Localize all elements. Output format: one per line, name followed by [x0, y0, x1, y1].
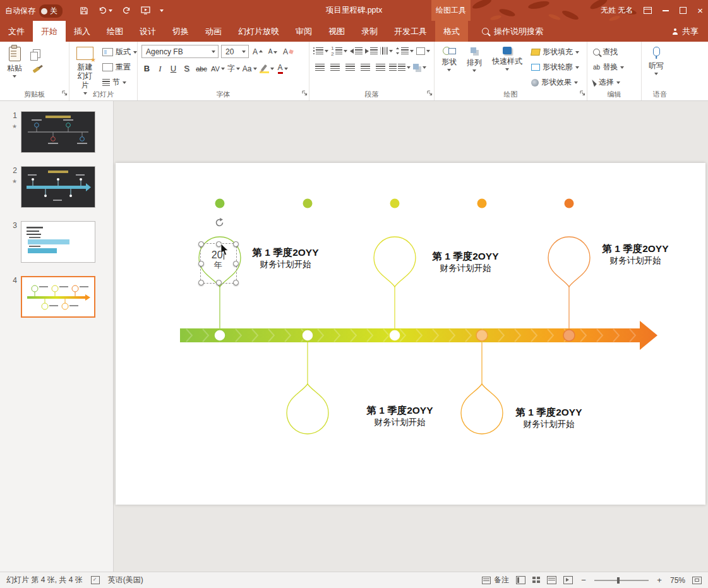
align-center-button[interactable] — [328, 61, 341, 73]
dot-milestone-2[interactable] — [303, 199, 313, 208]
font-name-dropdown-icon[interactable] — [212, 51, 215, 53]
decrease-indent-button[interactable] — [350, 45, 363, 57]
resize-handle-bottom-left[interactable] — [198, 280, 204, 285]
format-painter-button[interactable] — [29, 63, 42, 75]
layout-button[interactable]: 版式 — [100, 46, 139, 58]
slide-canvas[interactable]: 第 1 季度2OYY 财务计划开始 第 1 季度2OYY 财务计划开始 第 1 … — [116, 163, 705, 505]
notes-button[interactable]: 备注 — [482, 575, 509, 585]
dot-milestone-3[interactable] — [390, 199, 400, 208]
user-name[interactable]: 无姓 无名 — [601, 5, 633, 16]
tab-insert[interactable]: 插入 — [66, 21, 99, 42]
slide-sorter-view-button[interactable] — [532, 577, 540, 584]
milestone-label-2[interactable]: 第 1 季度2OYY 财务计划开始 — [359, 404, 441, 428]
paragraph-dialog-launcher[interactable] — [427, 87, 433, 99]
ribbon-display-options-button[interactable] — [644, 7, 652, 14]
tab-file[interactable]: 文件 — [0, 21, 33, 42]
slideshow-view-button[interactable] — [563, 576, 573, 584]
dot-milestone-1[interactable] — [215, 199, 225, 208]
reset-button[interactable]: 重置 — [100, 61, 139, 73]
character-spacing-button[interactable]: AV — [211, 63, 225, 75]
shapes-button[interactable]: 形状 — [438, 45, 460, 73]
dot-milestone-5[interactable] — [565, 199, 574, 208]
resize-handle-left[interactable] — [198, 261, 204, 267]
clipboard-dialog-launcher[interactable] — [62, 87, 68, 99]
balloon-milestone-3[interactable] — [374, 237, 416, 287]
node-milestone-1[interactable] — [214, 330, 225, 341]
resize-handle-top-right[interactable] — [233, 241, 239, 247]
underline-button[interactable]: U — [168, 64, 179, 73]
align-right-button[interactable] — [344, 61, 356, 73]
slide-thumbnail-4-selected[interactable] — [21, 276, 95, 318]
increase-indent-button[interactable] — [365, 45, 378, 57]
columns-button[interactable] — [389, 61, 411, 73]
tab-slideshow[interactable]: 幻灯片放映 — [230, 21, 287, 42]
milestone-label-4[interactable]: 第 1 季度2OYY 财务计划开始 — [508, 406, 590, 430]
grow-font-button[interactable]: A — [251, 45, 264, 57]
spell-check-icon[interactable] — [91, 576, 100, 584]
slide-indicator[interactable]: 幻灯片 第 4 张, 共 4 张 — [6, 575, 83, 585]
justify-button[interactable] — [359, 61, 371, 73]
slide-thumbnail-3[interactable] — [21, 221, 95, 263]
font-color-button[interactable]: A — [277, 63, 289, 75]
zoom-percentage[interactable]: 75% — [670, 576, 685, 585]
bold-button[interactable]: B — [141, 64, 152, 73]
shape-selection-box[interactable] — [200, 243, 237, 284]
tab-home[interactable]: 开始 — [33, 21, 66, 42]
find-button[interactable]: 查找 — [591, 46, 626, 58]
text-highlight-button[interactable] — [260, 63, 274, 75]
shape-outline-button[interactable]: 形状轮廓 — [529, 61, 581, 73]
quick-styles-button[interactable]: 快速样式 — [489, 45, 525, 73]
resize-handle-bottom[interactable] — [216, 280, 222, 285]
tab-design[interactable]: 设计 — [131, 21, 164, 42]
drawing-dialog-launcher[interactable] — [580, 87, 585, 99]
milestone-label-5[interactable]: 第 1 季度2OYY 财务计划开始 — [594, 243, 676, 267]
normal-view-button[interactable] — [516, 576, 525, 584]
resize-handle-right[interactable] — [233, 261, 239, 267]
replace-button[interactable]: ab替换 — [591, 61, 626, 73]
resize-handle-bottom-right[interactable] — [233, 280, 239, 285]
close-button[interactable]: × — [697, 6, 703, 15]
node-milestone-2[interactable] — [302, 330, 313, 341]
balloon-milestone-4[interactable] — [461, 384, 503, 434]
shrink-font-button[interactable]: A — [267, 45, 279, 57]
reading-view-button[interactable] — [547, 576, 556, 584]
zoom-in-button[interactable]: + — [656, 575, 663, 585]
font-dialog-launcher[interactable] — [302, 87, 308, 99]
font-size-combo[interactable]: 20 — [221, 45, 249, 58]
language-indicator[interactable]: 英语(美国) — [108, 575, 143, 585]
font-name-combo[interactable]: Agency FB — [141, 45, 219, 58]
phonetic-guide-button[interactable]: 字 — [227, 63, 240, 75]
text-direction-button[interactable] — [380, 45, 393, 57]
fit-to-window-button[interactable] — [692, 577, 702, 584]
arrange-button[interactable]: 排列 — [464, 45, 485, 74]
align-left-button[interactable] — [313, 61, 326, 73]
tab-review[interactable]: 审阅 — [287, 21, 320, 42]
dictate-button[interactable]: 听写 — [645, 45, 667, 77]
node-milestone-5[interactable] — [563, 330, 575, 341]
text-shadow-button[interactable]: S — [181, 64, 192, 73]
zoom-out-button[interactable]: − — [580, 575, 587, 585]
numbering-button[interactable]: 12 — [331, 45, 347, 57]
copy-button[interactable] — [29, 47, 42, 59]
shape-effects-button[interactable]: 形状效果 — [529, 76, 581, 88]
line-spacing-button[interactable] — [395, 45, 414, 57]
node-milestone-3[interactable] — [389, 330, 400, 341]
slide-thumbnail-2[interactable] — [21, 166, 95, 208]
change-case-button[interactable]: Aa — [243, 63, 257, 75]
resize-handle-top-left[interactable] — [198, 241, 204, 247]
share-button[interactable]: 共享 — [663, 21, 708, 42]
convert-smartart-button[interactable] — [413, 61, 426, 73]
minimize-button[interactable] — [663, 10, 669, 11]
milestone-label-1[interactable]: 第 1 季度2OYY 财务计划开始 — [244, 246, 327, 270]
tab-format[interactable]: 格式 — [435, 21, 468, 42]
tell-me-search[interactable]: 操作说明搜索 — [482, 21, 543, 42]
distribute-button[interactable] — [374, 61, 387, 73]
tab-view[interactable]: 视图 — [320, 21, 353, 42]
clear-formatting-button[interactable]: A — [282, 45, 294, 57]
dot-milestone-4[interactable] — [477, 199, 487, 208]
select-button[interactable]: 选择 — [591, 76, 626, 88]
rotate-handle[interactable] — [214, 217, 225, 231]
milestone-label-3[interactable]: 第 1 季度2OYY 财务计划开始 — [424, 250, 507, 274]
shape-fill-button[interactable]: 形状填充 — [529, 46, 581, 58]
section-button[interactable]: 节 — [100, 76, 139, 88]
